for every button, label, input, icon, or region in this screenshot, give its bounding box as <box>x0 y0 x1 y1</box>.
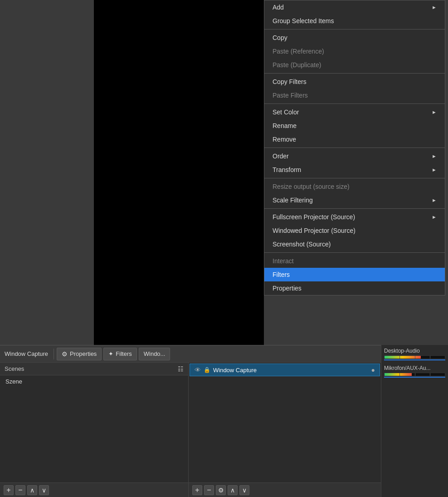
menu-label-interact: Interact <box>273 257 294 265</box>
window-button[interactable]: Windo... <box>139 348 170 360</box>
menu-label-paste-ref: Paste (Reference) <box>273 48 324 55</box>
properties-label: Properties <box>70 350 97 357</box>
preview-area <box>94 0 264 345</box>
separator-7 <box>264 252 445 253</box>
source-label: Window Capture <box>2 350 51 357</box>
separator-2 <box>264 73 445 74</box>
separator-5 <box>264 178 445 178</box>
menu-item-paste-dup: Paste (Duplicate) <box>264 58 445 72</box>
arrow-icon-scale-filtering: ► <box>432 197 437 203</box>
context-menu: Add ► Group Selected Items Copy Paste (R… <box>264 0 445 295</box>
scenes-header-label: Scenes <box>5 365 24 372</box>
sources-panel: 👁 🔒 Window Capture ● + − ⚙ ∧ ∨ <box>188 362 381 497</box>
menu-label-copy: Copy <box>273 34 287 41</box>
source-visibility-icon: ● <box>371 366 375 374</box>
menu-item-group-selected[interactable]: Group Selected Items <box>264 14 445 28</box>
sources-add-button[interactable]: + <box>192 485 202 495</box>
scenes-add-button[interactable]: + <box>4 485 14 495</box>
menu-label-copy-filters: Copy Filters <box>273 78 307 85</box>
menu-label-order: Order <box>273 153 289 160</box>
menu-item-transform[interactable]: Transform ► <box>264 163 445 177</box>
separator-4 <box>264 148 445 148</box>
arrow-icon-fullscreen-projector: ► <box>432 214 437 220</box>
menu-label-set-color: Set Color <box>273 108 299 116</box>
audio-channel-mic: Mikrofon/AUX-Au... <box>384 365 445 378</box>
menu-item-properties[interactable]: Properties <box>264 281 445 295</box>
menu-item-screenshot[interactable]: Screenshot (Source) <box>264 237 445 251</box>
separator-1 <box>264 29 445 30</box>
menu-item-interact: Interact <box>264 254 445 268</box>
menu-label-rename: Rename <box>273 122 297 129</box>
menu-label-paste-filters: Paste Filters <box>273 92 308 99</box>
menu-label-add: Add <box>273 4 284 11</box>
separator-3 <box>264 103 445 104</box>
audio-channel-label-desktop: Desktop-Audio <box>384 348 445 354</box>
menu-label-fullscreen-projector: Fullscreen Projector (Source) <box>273 213 355 221</box>
menu-item-resize-output: Resize output (source size) <box>264 180 445 193</box>
menu-item-copy-filters[interactable]: Copy Filters <box>264 75 445 89</box>
sources-down-button[interactable]: ∨ <box>239 485 249 495</box>
sources-settings-button[interactable]: ⚙ <box>216 485 226 495</box>
menu-label-properties: Properties <box>273 285 302 292</box>
menu-item-add[interactable]: Add ► <box>264 0 445 14</box>
arrow-icon-set-color: ► <box>432 109 437 115</box>
menu-item-copy[interactable]: Copy <box>264 31 445 44</box>
arrow-icon-transform: ► <box>432 167 437 172</box>
audio-meter-desktop <box>384 355 445 359</box>
scenes-panel-header: Scenes ☷ <box>0 363 188 375</box>
scene-item-szene[interactable]: Szene <box>0 375 188 388</box>
menu-label-filters: Filters <box>273 271 290 278</box>
filter-icon: ✦ <box>108 350 113 357</box>
menu-item-set-color[interactable]: Set Color ► <box>264 105 445 119</box>
menu-item-order[interactable]: Order ► <box>264 149 445 163</box>
audio-channel-label-mic: Mikrofon/AUX-Au... <box>384 365 443 371</box>
audio-meter-mic <box>384 373 445 376</box>
filters-button[interactable]: ✦ Filters <box>103 348 136 360</box>
scenes-controls: + − ∧ ∨ <box>0 482 188 497</box>
menu-item-scale-filtering[interactable]: Scale Filtering ► <box>264 193 445 207</box>
arrow-icon-add: ► <box>432 5 437 10</box>
window-label: Windo... <box>144 350 166 357</box>
menu-item-fullscreen-projector[interactable]: Fullscreen Projector (Source) ► <box>264 210 445 224</box>
audio-channel-desktop: Desktop-Audio <box>384 348 445 360</box>
menu-item-paste-ref: Paste (Reference) <box>264 44 445 58</box>
scene-label-szene: Szene <box>5 378 22 385</box>
menu-label-resize-output: Resize output (source size) <box>273 183 350 190</box>
eye-icon: 👁 <box>195 366 201 374</box>
scenes-up-button[interactable]: ∧ <box>27 485 37 495</box>
audio-meter-bar-mic <box>385 373 412 376</box>
filters-label: Filters <box>116 350 131 357</box>
menu-item-paste-filters: Paste Filters <box>264 89 445 102</box>
scenes-panel: Scenes ☷ Szene + − ∧ ∨ <box>0 362 188 497</box>
sources-controls: + − ⚙ ∧ ∨ <box>189 482 381 497</box>
scenes-down-button[interactable]: ∨ <box>39 485 49 495</box>
menu-label-remove: Remove <box>273 136 296 143</box>
arrow-icon-order: ► <box>432 153 437 159</box>
menu-item-remove[interactable]: Remove <box>264 133 445 146</box>
properties-button[interactable]: ⚙ Properties <box>57 348 102 360</box>
toolbar-divider-1 <box>54 349 54 359</box>
audio-meter-line-desktop <box>384 359 445 360</box>
left-sidebar <box>0 0 94 345</box>
menu-item-windowed-projector[interactable]: Windowed Projector (Source) <box>264 224 445 237</box>
audio-meter-bar-desktop <box>385 356 421 359</box>
source-label-window-capture: Window Capture <box>213 367 257 374</box>
gear-icon: ⚙ <box>62 350 68 358</box>
sources-up-button[interactable]: ∧ <box>228 485 238 495</box>
sources-remove-button[interactable]: − <box>204 485 214 495</box>
menu-label-scale-filtering: Scale Filtering <box>273 197 313 204</box>
separator-6 <box>264 208 445 209</box>
menu-label-screenshot: Screenshot (Source) <box>273 241 331 248</box>
lock-icon: 🔒 <box>204 367 210 373</box>
menu-item-filters[interactable]: Filters <box>264 268 445 281</box>
menu-item-rename[interactable]: Rename <box>264 119 445 133</box>
menu-label-paste-dup: Paste (Duplicate) <box>273 61 321 69</box>
menu-label-group-selected: Group Selected Items <box>273 17 334 25</box>
source-item-window-capture[interactable]: 👁 🔒 Window Capture ● <box>190 364 380 376</box>
menu-label-transform: Transform <box>273 166 301 173</box>
scenes-layout-icon: ☷ <box>178 365 184 373</box>
toolbar-strip: Window Capture ⚙ Properties ✦ Filters Wi… <box>0 345 381 362</box>
audio-meter-line-mic <box>384 377 445 378</box>
menu-label-windowed-projector: Windowed Projector (Source) <box>273 227 355 234</box>
scenes-remove-button[interactable]: − <box>15 485 25 495</box>
